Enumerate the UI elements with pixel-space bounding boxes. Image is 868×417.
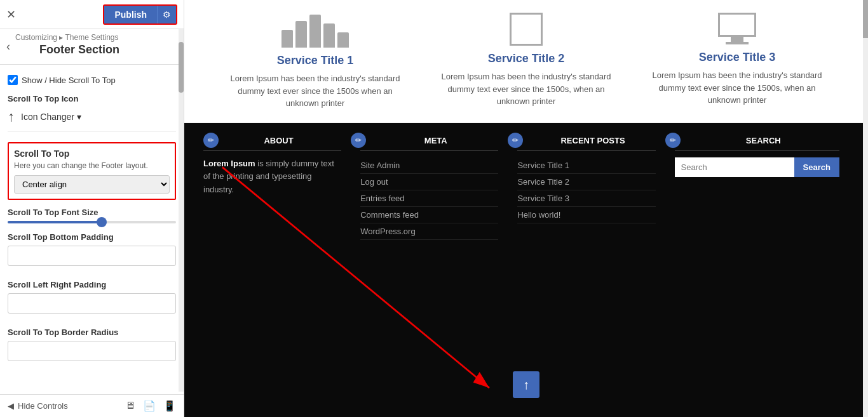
left-right-padding-input[interactable]	[8, 293, 176, 314]
recent-link-1[interactable]: Service Title 2	[517, 174, 655, 190]
arrow-up-icon: ↑	[8, 109, 15, 125]
border-radius-input[interactable]	[8, 341, 176, 361]
gear-button[interactable]: ⚙	[157, 6, 176, 23]
footer-search-title: SEARCH	[675, 136, 839, 151]
footer-recent-title: RECENT POSTS	[517, 136, 655, 151]
footer-about-bold: Lorem Ipsum	[203, 159, 255, 168]
footer-col-search: ✏ SEARCH Search	[665, 136, 849, 411]
footer-about-title: ABOUT	[203, 136, 341, 151]
monitor-stand	[731, 37, 743, 42]
border-radius-label: Scroll To Top Border Radius	[8, 328, 176, 337]
font-size-slider[interactable]	[8, 221, 176, 223]
close-button[interactable]: ✕	[6, 8, 16, 22]
right-scrollbar[interactable]	[863, 0, 868, 417]
center-align-dropdown[interactable]: Center align Left align Right align	[14, 175, 170, 194]
scroll-to-top-box: Scroll To Top Here you can change the Fo…	[8, 142, 176, 200]
bottom-padding-input[interactable]	[8, 246, 176, 266]
bar-3	[309, 15, 321, 48]
section-title: Footer Section	[15, 42, 119, 60]
footer-meta-links: Site Admin Log out Entries feed Comments…	[360, 157, 498, 240]
icon-changer-row: ↑ Icon Changer ▾	[8, 109, 176, 132]
edit-meta-button[interactable]: ✏	[351, 133, 366, 148]
chevron-left-icon: ◀	[8, 401, 14, 411]
service-1-desc: Lorem Ipsum has been the industry's stan…	[226, 72, 404, 110]
meta-link-4[interactable]: WordPress.org	[360, 223, 498, 240]
meta-link-0[interactable]: Site Admin	[360, 157, 498, 174]
show-hide-row: Show / Hide Scroll To Top	[8, 75, 176, 85]
left-panel: ✕ Publish ⚙ ‹ Customizing ▸ Theme Settin…	[0, 0, 184, 417]
back-button[interactable]: ‹	[6, 40, 10, 53]
hide-controls-label: Hide Controls	[18, 401, 68, 411]
left-right-padding-label: Scroll Left Right Padding	[8, 280, 176, 289]
hide-controls-button[interactable]: ◀ Hide Controls	[8, 401, 68, 411]
font-size-label: Scroll To Top Font Size	[8, 208, 176, 217]
right-preview: Service Title 1 Lorem Ipsum has been the…	[184, 0, 868, 417]
footer-col-about: ✏ ABOUT Lorem Ipsum is simply dummy text…	[203, 136, 351, 411]
footer-meta-title: META	[360, 136, 498, 151]
recent-link-0[interactable]: Service Title 1	[517, 157, 655, 174]
service-item-2: Service Title 2 Lorem Ipsum has been the…	[437, 13, 615, 108]
scroll-top-button[interactable]: ↑	[513, 371, 539, 398]
right-scrollbar-thumb	[863, 0, 868, 38]
scroll-box-title: Scroll To Top	[14, 149, 170, 159]
service-1-icon	[226, 13, 404, 48]
bar-4	[323, 23, 335, 48]
footer-search-button[interactable]: Search	[794, 157, 839, 177]
edit-recent-button[interactable]: ✏	[508, 133, 523, 148]
service-item-1: Service Title 1 Lorem Ipsum has been the…	[226, 13, 404, 110]
footer-col-recent: ✏ RECENT POSTS Service Title 1 Service T…	[508, 136, 665, 411]
footer-search-box: Search	[675, 157, 839, 177]
panel-content: Show / Hide Scroll To Top Scroll To Top …	[0, 69, 184, 394]
breadcrumb: Customizing ▸ Theme Settings	[15, 33, 119, 42]
breadcrumb-row: ‹ Customizing ▸ Theme Settings Footer Se…	[0, 29, 184, 60]
bar-5	[337, 32, 349, 48]
device-icons: 🖥 📄 📱	[125, 400, 176, 412]
icon-changer-label: Icon Changer	[21, 112, 74, 122]
footer-search-input[interactable]	[675, 157, 794, 177]
edit-search-button[interactable]: ✏	[665, 133, 681, 148]
service-2-icon	[510, 13, 543, 46]
meta-link-2[interactable]: Entries feed	[360, 190, 498, 207]
panel-scrollbar-thumb	[179, 42, 184, 93]
service-1-title: Service Title 1	[226, 54, 404, 67]
service-3-title: Service Title 3	[648, 51, 826, 64]
recent-link-3[interactable]: Hello world!	[517, 207, 655, 223]
desktop-icon[interactable]: 🖥	[125, 400, 135, 412]
scroll-box-desc: Here you can change the Footer layout.	[14, 161, 170, 170]
bottom-bar: ◀ Hide Controls 🖥 📄 📱	[0, 394, 184, 417]
footer-recent-links: Service Title 1 Service Title 2 Service …	[517, 157, 655, 223]
publish-button[interactable]: Publish	[104, 6, 157, 23]
chevron-down-icon: ▾	[77, 112, 81, 122]
bottom-padding-label: Scroll Top Bottom Padding	[8, 232, 176, 242]
footer-section: ✏ ABOUT Lorem Ipsum is simply dummy text…	[184, 123, 868, 418]
services-section: Service Title 1 Lorem Ipsum has been the…	[184, 0, 868, 123]
footer-about-body: Lorem Ipsum is simply dummy text of the …	[203, 157, 341, 197]
icon-changer-dropdown[interactable]: Icon Changer ▾	[21, 112, 81, 122]
meta-link-3[interactable]: Comments feed	[360, 207, 498, 223]
bar-1	[281, 30, 293, 48]
bar-2	[295, 21, 307, 48]
meta-link-1[interactable]: Log out	[360, 174, 498, 190]
tablet-icon[interactable]: 📄	[143, 400, 156, 412]
publish-area: Publish ⚙	[103, 4, 177, 25]
service-2-desc: Lorem Ipsum has been the industry's stan…	[437, 70, 615, 108]
top-bar: ✕ Publish ⚙	[0, 0, 184, 29]
show-hide-checkbox[interactable]	[8, 75, 18, 85]
recent-link-2[interactable]: Service Title 3	[517, 190, 655, 207]
service-2-title: Service Title 2	[437, 52, 615, 65]
footer-col-meta: ✏ META Site Admin Log out Entries feed C…	[351, 136, 508, 411]
monitor-screen	[718, 13, 756, 37]
panel-scrollbar[interactable]	[179, 29, 184, 392]
service-3-desc: Lorem Ipsum has been the industry's stan…	[648, 69, 826, 107]
edit-about-button[interactable]: ✏	[203, 133, 219, 148]
monitor-base	[726, 42, 749, 44]
show-hide-label: Show / Hide Scroll To Top	[22, 76, 116, 85]
scroll-to-top-icon-label: Scroll To Top Icon	[8, 94, 176, 103]
service-3-icon	[648, 13, 826, 44]
service-item-3: Service Title 3 Lorem Ipsum has been the…	[648, 13, 826, 107]
mobile-icon[interactable]: 📱	[163, 400, 176, 412]
